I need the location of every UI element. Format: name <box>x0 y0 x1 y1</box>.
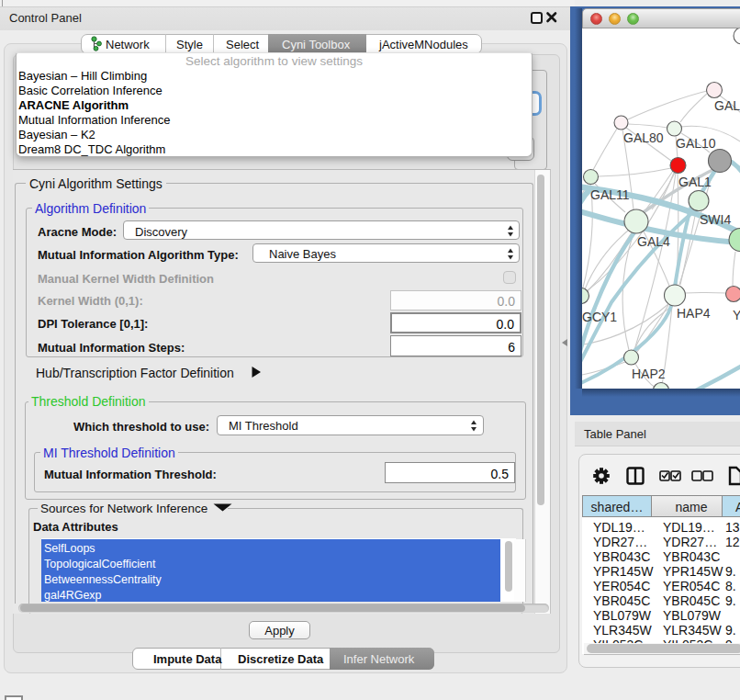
svg-text:Y: Y <box>733 308 740 322</box>
svg-text:GAL11: GAL11 <box>590 187 630 202</box>
svg-text:GAL2: GAL2 <box>714 98 740 113</box>
svg-text:GAL10: GAL10 <box>676 136 716 151</box>
svg-text:HAP2: HAP2 <box>632 367 666 381</box>
svg-text:GCY1: GCY1 <box>582 310 617 324</box>
svg-text:GAL1: GAL1 <box>678 175 712 189</box>
svg-text:HAP4: HAP4 <box>677 306 711 321</box>
svg-text:GAL4: GAL4 <box>637 234 670 249</box>
svg-text:GAL80: GAL80 <box>623 130 664 145</box>
svg-text:SWI4: SWI4 <box>700 212 731 227</box>
